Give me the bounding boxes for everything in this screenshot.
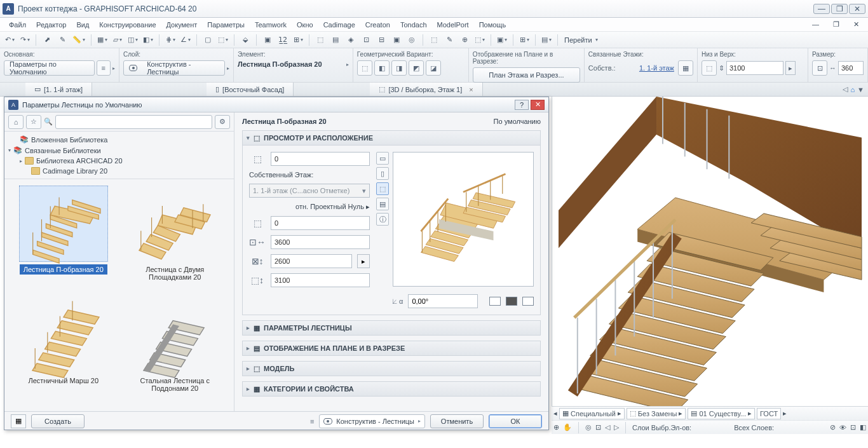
- preview-canvas[interactable]: [393, 152, 534, 287]
- angle-snap[interactable]: ∠: [179, 34, 193, 46]
- geom-opt-5[interactable]: ◪: [426, 60, 441, 76]
- panel-model[interactable]: ▸⬚МОДЕЛЬ: [242, 361, 541, 376]
- library-search-input[interactable]: [55, 115, 212, 129]
- lock-icon[interactable]: ⊡: [850, 423, 856, 431]
- height-step[interactable]: ▸: [785, 61, 796, 75]
- doc-close-icon[interactable]: ✕: [848, 20, 864, 29]
- tab-floor[interactable]: ▭[1. 1-й этаж]: [25, 83, 92, 96]
- scroll-left-icon[interactable]: ◂: [553, 409, 557, 417]
- tab-elevation[interactable]: ▯[Восточный Фасад]: [207, 83, 294, 96]
- cam-f[interactable]: ▣: [390, 34, 403, 46]
- favorite-button[interactable]: ☆: [26, 115, 41, 129]
- menu-modelport[interactable]: ModelPort: [432, 21, 474, 29]
- tree-archicad20[interactable]: ▸Библиотека ARCHICAD 20: [4, 156, 234, 166]
- scroll-right-icon[interactable]: ▸: [783, 409, 787, 417]
- nav-home-icon[interactable]: ⌂: [850, 86, 855, 93]
- link-button[interactable]: ▸: [357, 254, 370, 268]
- default-params-button[interactable]: Параметры по Умолчанию: [4, 60, 95, 76]
- tree-embedded[interactable]: 📚Вложенная Библиотека: [4, 134, 234, 145]
- nav-c[interactable]: ▤: [539, 34, 553, 46]
- next-icon[interactable]: ▷: [614, 423, 619, 431]
- prev-icon[interactable]: ◁: [605, 423, 610, 431]
- fit-icon[interactable]: ⊡: [595, 423, 601, 431]
- chevron-right-icon[interactable]: ▸: [112, 65, 115, 71]
- geom-opt-1[interactable]: ⬚: [357, 60, 372, 76]
- dialog-help-button[interactable]: ?: [515, 100, 529, 110]
- view-a[interactable]: ▣: [261, 34, 275, 46]
- grid-snap[interactable]: ⋕: [163, 34, 177, 46]
- tab-close-icon[interactable]: ×: [469, 86, 473, 93]
- ref-null-label[interactable]: отн. Проектный Нуль ▸: [249, 203, 370, 211]
- redo-button[interactable]: ↷: [18, 34, 32, 46]
- layer-combo-dropdown[interactable]: ▤01 Существу...▸: [688, 408, 755, 419]
- cam-b[interactable]: ▤: [329, 34, 342, 46]
- menu-design[interactable]: Конструирование: [94, 21, 161, 29]
- refnull-input[interactable]: 0: [271, 216, 370, 230]
- view-front-button[interactable]: ▯: [376, 167, 389, 180]
- angle-input[interactable]: 0,00°: [408, 294, 478, 308]
- toggle-list-button[interactable]: ▦: [11, 414, 26, 428]
- menu-file[interactable]: Файл: [4, 21, 31, 29]
- dim3-input[interactable]: 3100: [271, 273, 370, 287]
- menu-options[interactable]: Параметры: [202, 21, 250, 29]
- eyedrop-tool[interactable]: ✎: [55, 34, 69, 46]
- dialog-close-button[interactable]: ✕: [531, 100, 545, 110]
- hide-icon[interactable]: ⊘: [830, 423, 836, 431]
- tool-a[interactable]: ▢: [201, 34, 215, 46]
- nav-b[interactable]: ⊞: [517, 34, 531, 46]
- stair-icon[interactable]: ≡: [97, 60, 111, 76]
- doc-minimize-icon[interactable]: —: [807, 20, 824, 29]
- cancel-button[interactable]: Отменить: [430, 414, 484, 428]
- align-tool[interactable]: ▱: [111, 34, 125, 46]
- menu-edit[interactable]: Редактор: [31, 21, 71, 29]
- menu-creaton[interactable]: Creaton: [360, 21, 395, 29]
- library-settings-button[interactable]: ⚙: [215, 115, 230, 129]
- cam-e[interactable]: ⊟: [374, 34, 388, 46]
- doc-restore-icon[interactable]: ❐: [828, 20, 844, 29]
- unlock-icon[interactable]: ◧: [860, 423, 866, 431]
- renovation-dropdown[interactable]: ▦Специальный▸: [559, 408, 625, 419]
- view-side-button[interactable]: ▤: [376, 198, 389, 210]
- cam-c[interactable]: ◈: [344, 34, 358, 46]
- tree-cadimage[interactable]: Cadimage Library 20: [4, 166, 234, 176]
- orbit-icon[interactable]: ◎: [585, 423, 592, 431]
- grid-tool[interactable]: ▦: [95, 34, 109, 46]
- override-dropdown[interactable]: ⬚Без Замены▸: [627, 408, 686, 419]
- menu-teamwork[interactable]: Teamwork: [250, 21, 292, 29]
- menu-tondach[interactable]: Tondach: [395, 21, 432, 29]
- nav-prev-icon[interactable]: ◁: [843, 85, 848, 93]
- close-button[interactable]: ✕: [849, 4, 865, 14]
- menu-view[interactable]: Вид: [71, 21, 94, 29]
- tab-3d[interactable]: ⬚[3D / Выборка, Этаж 1]×: [370, 83, 482, 96]
- floorplan-section-button[interactable]: План Этажа и Разрез...: [473, 67, 580, 83]
- cam-a[interactable]: ⬚: [313, 34, 327, 46]
- pub-d[interactable]: ⬚: [473, 34, 487, 46]
- geom-opt-2[interactable]: ◧: [374, 60, 390, 76]
- gallery-item-steel[interactable]: Стальная Лестница с Поддонами 20: [123, 297, 228, 405]
- ruler-tool[interactable]: 📏: [71, 34, 87, 46]
- view-c[interactable]: ⊞: [291, 34, 305, 46]
- nav-dropdown-icon[interactable]: ▼: [857, 86, 864, 93]
- tree-linked[interactable]: ▾📚Связанные Библиотеки: [4, 145, 234, 156]
- geom-opt-3[interactable]: ◨: [391, 60, 407, 76]
- pen-dropdown[interactable]: ГОСТ: [757, 408, 781, 419]
- cam-d[interactable]: ⊡: [359, 34, 373, 46]
- story-select[interactable]: 1. 1-й этаж (С...асно Отметке)▾: [249, 184, 370, 198]
- pub-c[interactable]: ⊕: [458, 34, 471, 46]
- panel-categories[interactable]: ▸▦КАТЕГОРИИ И СВОЙСТВА: [242, 381, 541, 397]
- minimize-button[interactable]: —: [813, 4, 830, 14]
- 3d-viewport[interactable]: [552, 97, 868, 406]
- pub-a[interactable]: ⬚: [427, 34, 441, 46]
- ok-button[interactable]: ОК: [489, 414, 542, 428]
- dim1-input[interactable]: 3600: [271, 235, 370, 249]
- tool-b[interactable]: ⬚: [216, 34, 230, 46]
- mirror-v-button[interactable]: [506, 297, 517, 306]
- story-link[interactable]: 1. 1-й этаж: [639, 64, 674, 72]
- menu-help[interactable]: Помощь: [474, 21, 512, 29]
- size-input[interactable]: 360: [838, 61, 864, 75]
- chevron-right-icon[interactable]: ▸: [227, 65, 229, 71]
- menu-window[interactable]: Окно: [292, 21, 318, 29]
- dialog-layer-dropdown[interactable]: Конструктив - Лестницы▸: [319, 414, 425, 428]
- view-info-button[interactable]: ⓘ: [376, 213, 389, 226]
- maximize-button[interactable]: ❐: [831, 4, 848, 14]
